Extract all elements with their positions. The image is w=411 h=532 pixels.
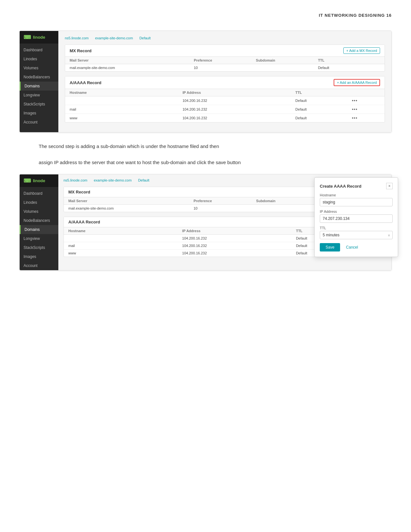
sidebar-item-volumes[interactable]: Volumes [20, 64, 58, 73]
sidebar-nav-2: Dashboard Linodes Volumes NodeBalancers … [20, 187, 58, 270]
body-text-2: assign IP address to the server that one… [39, 158, 392, 167]
row-actions[interactable]: ••• [352, 115, 380, 121]
ip-address-label: IP Address [320, 210, 393, 213]
aaaa-row-3-s1: www 104.200.16.232 Default ••• [65, 114, 385, 122]
sidebar-item-stackscripts-2[interactable]: StackScripts [20, 243, 58, 252]
aaaa-record-section-1: A/AAAA Record + Add an A/AAAA Record Hos… [65, 76, 385, 123]
sidebar-item-account-2[interactable]: Account [20, 261, 58, 270]
dialog-save-btn[interactable]: Save [320, 243, 340, 251]
sidebar-item-longview-2[interactable]: Longview [20, 234, 58, 243]
ttl-select[interactable]: 5 minutes 30 minutes 1 hour 2 hours Defa… [320, 231, 393, 239]
sidebar-item-domains[interactable]: Domains [20, 82, 58, 91]
sidebar-item-dashboard-2[interactable]: Dashboard [20, 189, 58, 198]
linode-icon-2: ⌨ [24, 178, 31, 184]
sidebar-item-longview[interactable]: Longview [20, 91, 58, 100]
dialog-title-row: Create AAAA Record × [320, 183, 393, 189]
sidebar-1: ⌨ linode Dashboard Linodes Volumes NodeB… [20, 31, 58, 132]
sidebar-item-account[interactable]: Account [20, 118, 58, 127]
add-aaaa-record-btn-1[interactable]: + Add an A/AAAA Record [334, 79, 380, 86]
sidebar-item-linodes[interactable]: Linodes [20, 54, 58, 64]
dialog-cancel-btn[interactable]: Cancel [343, 243, 360, 251]
sidebar-2: ⌨ linode Dashboard Linodes Volumes NodeB… [20, 174, 58, 270]
mx-record-section-1: MX Record + Add a MX Record Mail Server … [65, 44, 385, 72]
mx-record-header-1: MX Record + Add a MX Record [65, 45, 385, 56]
page-header: IT NETWORKING DESIGNING 16 [19, 13, 392, 18]
dialog-actions: Save Cancel [320, 243, 393, 251]
sidebar-item-stackscripts[interactable]: StackScripts [20, 100, 58, 109]
sidebar-nav-1: Dashboard Linodes Volumes NodeBalancers … [20, 44, 58, 127]
dialog-close-btn[interactable]: × [386, 183, 393, 189]
logo-1: ⌨ linode [20, 31, 58, 44]
logo-2: ⌨ linode [20, 174, 58, 187]
ip-address-field: IP Address [320, 210, 393, 223]
ttl-select-wrapper: 5 minutes 30 minutes 1 hour 2 hours Defa… [320, 231, 393, 239]
ip-address-input[interactable] [320, 214, 393, 223]
mx-record-row-1: mail.example-site-demo.com 10 Default [65, 64, 385, 71]
breadcrumb-1: ns5.linode.com example-site-demo.com Def… [65, 36, 385, 40]
sidebar-item-domains-2[interactable]: Domains [20, 225, 58, 234]
screenshot-1: ⌨ linode Dashboard Linodes Volumes NodeB… [19, 31, 392, 133]
hostname-label: Hostname [320, 193, 393, 197]
sidebar-item-volumes-2[interactable]: Volumes [20, 207, 58, 216]
aaaa-record-header-1: A/AAAA Record + Add an A/AAAA Record [65, 76, 385, 89]
linode-icon: ⌨ [24, 34, 31, 40]
ttl-field: TTL 5 minutes 30 minutes 1 hour 2 hours … [320, 226, 393, 239]
ttl-label: TTL [320, 226, 393, 230]
create-aaaa-dialog: Create AAAA Record × Hostname IP Address… [314, 177, 398, 257]
sidebar-item-linodes-2[interactable]: Linodes [20, 198, 58, 207]
aaaa-table-header-1: Hostname IP Address TTL [65, 89, 385, 96]
dialog-title: Create AAAA Record [320, 184, 361, 189]
sidebar-item-images[interactable]: Images [20, 109, 58, 118]
sidebar-item-images-2[interactable]: Images [20, 252, 58, 261]
sidebar-item-dashboard[interactable]: Dashboard [20, 45, 58, 54]
screenshot-2-wrapper: ⌨ linode Dashboard Linodes Volumes NodeB… [19, 174, 392, 271]
main-content-1: ns5.linode.com example-site-demo.com Def… [58, 31, 391, 132]
row-actions[interactable]: ••• [352, 107, 380, 112]
hostname-field: Hostname [320, 193, 393, 206]
sidebar-item-nodebalancers-2[interactable]: NodeBalancers [20, 216, 58, 225]
add-mx-record-btn-1[interactable]: + Add a MX Record [343, 47, 380, 54]
body-text-1: The second step is adding a sub-domain w… [39, 142, 392, 151]
aaaa-row-1-s1: 104.200.16.232 Default ••• [65, 96, 385, 105]
hostname-input[interactable] [320, 198, 393, 206]
row-actions[interactable]: ••• [352, 98, 380, 103]
mx-table-header-1: Mail Server Preference Subdomain TTL [65, 56, 385, 64]
aaaa-row-2-s1: mail 104.200.16.232 Default ••• [65, 105, 385, 114]
sidebar-item-nodebalancers[interactable]: NodeBalancers [20, 73, 58, 82]
